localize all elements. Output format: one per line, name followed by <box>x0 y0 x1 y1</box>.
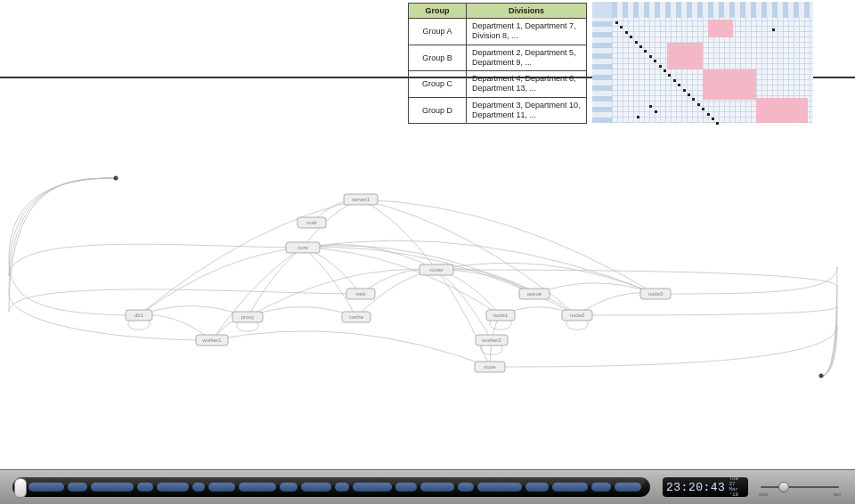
timeline-event[interactable] <box>615 483 641 492</box>
timeline-event[interactable] <box>68 483 87 492</box>
timeline-event[interactable] <box>239 483 276 492</box>
slider-knob[interactable] <box>778 482 789 492</box>
matrix-cell <box>649 105 652 108</box>
matrix-corner <box>592 2 612 18</box>
group-cell: Group A <box>409 19 467 45</box>
matrix-cell <box>716 122 719 125</box>
graph-edge <box>237 321 258 331</box>
timeline-event[interactable] <box>157 483 189 492</box>
matrix-cell <box>630 36 632 38</box>
matrix-cell <box>625 31 628 34</box>
clock-month: Mar '18 <box>729 487 745 498</box>
matrix-cell <box>644 50 647 53</box>
matrix-cell <box>635 41 638 44</box>
timeline-event[interactable] <box>28 483 64 492</box>
graph-node-label: db1 <box>134 313 144 318</box>
matrix-cell <box>692 98 695 101</box>
graph-edge <box>436 270 490 367</box>
adjacency-matrix[interactable] <box>592 2 813 123</box>
group-cell: Group B <box>409 45 467 71</box>
matrix-grid <box>612 18 813 123</box>
graph-edge <box>534 283 656 294</box>
timeline-event[interactable] <box>420 483 454 492</box>
matrix-cell <box>620 26 623 28</box>
timeline-event[interactable] <box>458 483 474 492</box>
table-row: Group A Department 1, Department 7, Divi… <box>409 19 587 45</box>
matrix-cell <box>668 74 671 77</box>
group-table: Group Divisions Group A Department 1, De… <box>408 3 587 124</box>
matrix-cell <box>702 108 704 110</box>
matrix-cell <box>659 65 662 68</box>
matrix-cell <box>712 118 714 120</box>
matrix-row-headers <box>592 18 612 123</box>
matrix-cluster <box>756 98 808 123</box>
timeline-track[interactable] <box>12 477 650 497</box>
graph-edge <box>9 178 212 340</box>
timeline-event[interactable] <box>137 483 153 492</box>
timeline-event[interactable] <box>395 483 417 492</box>
timeline-event[interactable] <box>552 483 588 492</box>
graph-node-label: server1 <box>352 197 370 202</box>
speed-slider[interactable]: slow fast <box>761 484 839 490</box>
divisions-cell: Department 1, Department 7, Division 8, … <box>467 19 587 45</box>
graph-edge <box>490 326 837 376</box>
matrix-cluster <box>667 43 703 69</box>
slider-label-slow: slow <box>759 492 768 497</box>
matrix-cell <box>683 89 686 92</box>
graph-node-label: cache <box>349 314 364 320</box>
matrix-cell <box>707 113 710 116</box>
graph-edge <box>212 331 490 367</box>
network-graph[interactable]: server1mailcorerouterwebcachedb1proxynod… <box>0 134 855 401</box>
graph-edge <box>9 178 303 276</box>
divisions-cell: Department 3, Department 10, Department … <box>467 97 587 124</box>
matrix-cell <box>637 116 639 118</box>
matrix-cell <box>655 110 657 113</box>
graph-edge <box>248 248 303 317</box>
timeline-bar: 23:20:43 Tue 27 Mar '18 slow fast <box>0 469 855 504</box>
timeline-event[interactable] <box>301 483 331 492</box>
timeline-event[interactable] <box>192 483 205 492</box>
clock-display: 23:20:43 Tue 27 Mar '18 <box>663 477 748 497</box>
graph-node-label: router <box>429 267 444 272</box>
graph-edge <box>303 248 356 317</box>
graph-edge <box>303 248 361 294</box>
group-header: Group <box>409 4 467 19</box>
graph-anchor <box>114 176 118 181</box>
timeline-event[interactable] <box>525 483 549 492</box>
graph-edge <box>481 345 502 354</box>
matrix-cell <box>697 103 700 106</box>
timeline-event[interactable] <box>91 483 134 492</box>
matrix-cluster <box>708 20 733 37</box>
graph-edge <box>139 248 303 315</box>
graph-edge <box>303 240 656 294</box>
graph-edge <box>566 320 588 329</box>
graph-anchor <box>819 374 824 378</box>
clock-time: 23:20:43 <box>666 481 725 494</box>
slider-label-fast: fast <box>834 492 841 497</box>
graph-node-label: queue <box>527 291 542 297</box>
timeline-event[interactable] <box>477 483 522 492</box>
divisions-cell: Department 2, Department 5, Department 9… <box>467 45 587 71</box>
table-row: Group B Department 2, Department 5, Depa… <box>409 45 587 71</box>
graph-node-label: worker1 <box>201 337 222 343</box>
matrix-cluster <box>703 69 756 100</box>
timeline-event[interactable] <box>208 483 235 492</box>
graph-node-label: proxy <box>241 314 255 320</box>
timeline-event[interactable] <box>591 483 611 492</box>
graph-node-label: store <box>484 364 496 370</box>
timeline-event[interactable] <box>335 483 349 492</box>
matrix-cell <box>615 21 618 24</box>
matrix-col-headers <box>612 2 813 18</box>
timeline-cursor[interactable] <box>14 478 27 498</box>
divisions-header: Divisions <box>467 4 587 19</box>
graph-edge <box>303 248 501 315</box>
group-cell: Group C <box>409 71 467 98</box>
graph-edge <box>490 320 511 329</box>
graph-node-label: core <box>297 245 308 250</box>
matrix-cell <box>664 69 666 72</box>
timeline-event[interactable] <box>353 483 392 492</box>
timeline-event[interactable] <box>280 483 297 492</box>
matrix-cell <box>772 28 775 31</box>
divisions-cell: Department 4, Department 6, Department 1… <box>467 71 587 98</box>
graph-node-label: mail <box>306 220 316 225</box>
